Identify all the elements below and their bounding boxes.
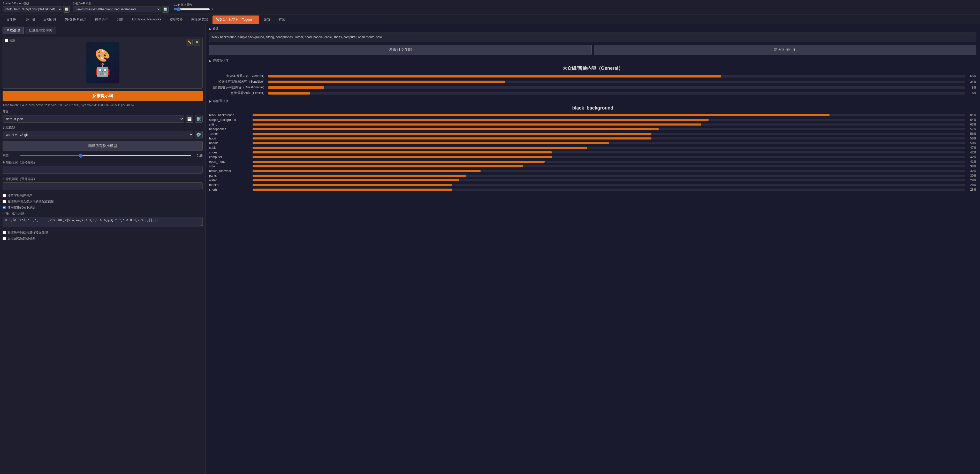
tag-bar-track — [253, 161, 965, 163]
additional-tags-input[interactable] — [3, 166, 203, 174]
unload-btn[interactable]: 卸载所有反推模型 — [3, 141, 203, 151]
tab-settings[interactable]: 设置 — [260, 16, 274, 24]
tab-extensions[interactable]: 扩展 — [275, 16, 289, 24]
sub-tab-batch[interactable]: 批量处理文件夹 — [25, 27, 56, 34]
rating-bar-pct: 8% — [967, 86, 976, 89]
exclude-tokens-section: 排除（逗号分隔） 0_0,(o)_(o),*,+,*,-,---,<0>,<0>… — [3, 211, 203, 228]
tag-bar-track — [253, 138, 965, 140]
exclude-tokens-label: 排除（逗号分隔） — [3, 211, 203, 216]
exclude-tokens-input[interactable]: 0_0,(o)_(o),*,+,*,-,---,<0>,<0>,<|>,=,==… — [3, 217, 203, 227]
tag-bar-pct: 81% — [967, 113, 976, 117]
exclude-tags-label: 排除提示词（逗号分隔） — [3, 177, 203, 181]
tag-bar-label: open_mouth — [209, 160, 250, 163]
tag-bar-label: brown_footwear — [209, 169, 250, 173]
tag-bar-fill — [253, 114, 830, 116]
tag-bar-label: headphones — [209, 127, 250, 131]
tag-bar-track — [253, 165, 965, 167]
threshold-label: 阈值 — [3, 154, 18, 158]
tag-bar-pct: 38% — [967, 165, 976, 168]
tab-merge[interactable]: 模型合并 — [91, 16, 112, 24]
vae-model-refresh-btn[interactable]: 🔄 — [162, 6, 169, 13]
tag-bar-fill — [253, 189, 452, 191]
model-settings-btn[interactable]: ⚙️ — [195, 131, 203, 138]
rating-bar-pct: 65% — [967, 75, 976, 78]
interrogate-btn[interactable]: 反推提示词 — [3, 91, 203, 101]
tab-tagger[interactable]: WD 1.4 标签器（Tagger） — [213, 16, 259, 24]
additional-tags-section: 附加提示词（逗号分隔） — [3, 160, 203, 174]
tag-bar-label: black_background — [209, 113, 250, 117]
tab-browser[interactable]: 图库浏览器 — [188, 16, 212, 24]
preset-save-btn[interactable]: ⚙️ — [195, 115, 203, 123]
tag-bar-row: cable 47% — [209, 146, 976, 149]
tab-img2img[interactable]: 图生图 — [21, 16, 39, 24]
send-txt2img-btn[interactable]: 发送到 文生图 — [209, 45, 592, 55]
rating-bar-fill — [268, 81, 505, 83]
send-buttons: 发送到 文生图 发送到 图生图 — [209, 45, 976, 55]
exclude-tags-input[interactable] — [3, 182, 203, 190]
tag-bar-track — [253, 114, 965, 116]
tag-bar-fill — [253, 147, 587, 149]
close-image-btn[interactable]: ✕ — [194, 39, 200, 46]
tag-bar-row: hood 56% — [209, 136, 976, 140]
tab-train[interactable]: 训练 — [113, 16, 127, 24]
vae-model-select[interactable]: vae-ft-mse-840000-ema-pruned.safetensors — [73, 6, 161, 13]
tag-bar-track — [253, 142, 965, 144]
tag-bar-fill — [253, 179, 459, 181]
threshold-section: 阈值 0.35 — [3, 154, 203, 158]
main-layout: 单次处理 批量处理文件夹 来源 ✏️ ✕ 🎨🤖 反推提示词 Time taken… — [0, 24, 980, 474]
image-upload-area[interactable]: 来源 ✏️ ✕ 🎨🤖 — [3, 37, 203, 89]
clip-slider[interactable] — [174, 7, 210, 11]
preset-select[interactable]: default.json — [3, 115, 184, 123]
sd-model-select[interactable]: chilloutmix_NiCkpt.ckpt [3a17d0deff] — [3, 6, 62, 13]
checkbox-replace-label: 在结果中包含提示词的匹配置信度 — [8, 200, 54, 204]
checkbox-replace[interactable] — [3, 200, 6, 203]
checkbox-unload[interactable] — [3, 237, 6, 240]
tag-bars: black_background 81% simple_background 6… — [209, 113, 976, 192]
tag-bar-row: hoodie 50% — [209, 141, 976, 145]
source-label: 来源 — [5, 39, 15, 43]
exclude-tags-section: 排除提示词（逗号分隔） — [3, 177, 203, 191]
checkbox-underscore-row: 使用空格代替下划线 — [3, 205, 203, 210]
tag-bar-fill — [253, 156, 552, 158]
model-label: 反推模型 — [3, 125, 203, 130]
rating-bar-track — [268, 92, 965, 95]
rating-bar-row: 轻微性暗示/敏感内容（Sensitive） 34% — [209, 79, 976, 84]
tag-bar-pct: 32% — [967, 169, 976, 173]
tab-addnets[interactable]: Additional Networks — [128, 16, 165, 24]
source-checkbox[interactable] — [5, 39, 8, 42]
tag-bar-track — [253, 189, 965, 191]
checkbox-underscore[interactable] — [3, 206, 6, 209]
nav-tabs: 文生图 图生图 后期处理 PNG 图片信息 模型合并 训练 Additional… — [0, 14, 980, 24]
pencil-btn[interactable]: ✏️ — [186, 39, 192, 46]
tab-pnginfo[interactable]: PNG 图片信息 — [61, 16, 91, 24]
threshold-row: 阈值 0.35 — [3, 154, 203, 158]
tag-bar-row: pants 30% — [209, 174, 976, 178]
sd-model-refresh-btn[interactable]: 🔄 — [63, 6, 70, 13]
rating-bar-label: 强烈性暗示/可疑内容（Questionable） — [209, 85, 266, 90]
tag-bar-label: pants — [209, 174, 250, 178]
send-img2img-btn[interactable]: 发送到 图生图 — [594, 45, 976, 55]
tag-bar-pct: 42% — [967, 151, 976, 154]
tag-bar-label: computer — [209, 155, 250, 159]
tab-extras[interactable]: 后期处理 — [39, 16, 60, 24]
tab-txt2img[interactable]: 文生图 — [3, 16, 21, 24]
tag-bar-row: headphones 57% — [209, 127, 976, 131]
tags-header: ▶ 标签 — [209, 27, 976, 31]
sd-model-row: chilloutmix_NiCkpt.ckpt [3a17d0deff] 🔄 — [3, 6, 70, 13]
rating-collapse-header[interactable]: ▶ 评级置信度 — [209, 59, 976, 63]
checkbox-alpha[interactable] — [3, 194, 6, 197]
rating-bar-label: 轻微性暗示/敏感内容（Sensitive） — [209, 79, 266, 84]
preset-settings-btn[interactable]: 💾 — [186, 115, 193, 123]
sub-tab-single[interactable]: 单次处理 — [3, 27, 24, 34]
tag-bar-pct: 28% — [967, 188, 976, 192]
rating-bar-label: 大众级/普通内容（General） — [209, 74, 266, 78]
tag-bar-row: solo 38% — [209, 165, 976, 168]
checkbox-escape[interactable] — [3, 231, 6, 234]
tag-bar-row: monitor 28% — [209, 183, 976, 187]
tag-bar-fill — [253, 170, 480, 172]
model-select[interactable]: wd14-vit-v2-git — [3, 131, 193, 138]
threshold-slider[interactable] — [20, 155, 192, 156]
tab-convert[interactable]: 模型转换 — [166, 16, 187, 24]
tags-collapse-header[interactable]: ▶ 标签置信度 — [209, 99, 976, 103]
rating-bars: 大众级/普通内容（General） 65% 轻微性暗示/敏感内容（Sensiti… — [209, 74, 976, 95]
